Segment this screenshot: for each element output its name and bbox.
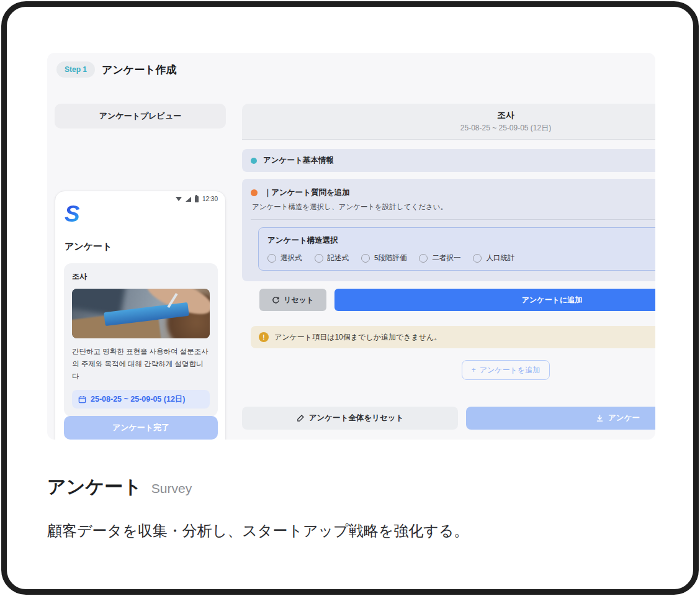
radio-option-rating[interactable]: 5段階評価 — [361, 253, 406, 263]
question-section-header: ｜アンケート質問を追加 — [251, 187, 655, 198]
status-time: 12:30 — [202, 196, 218, 202]
form-date-range: 25-08-25 ~ 25-09-05 (12日) — [460, 123, 551, 133]
preview-column: アンケートプレビュー 12:30 S アンケート 조사 — [55, 104, 226, 129]
caption-title-row: アンケート Survey — [47, 474, 469, 500]
section-divider — [251, 219, 655, 220]
structure-select-title: アンケート構造選択 — [267, 235, 655, 246]
wifi-icon — [176, 197, 182, 201]
structure-options: 選択式 記述式 5段階評価 二者択一 — [267, 253, 655, 263]
warning-icon: ! — [259, 332, 269, 342]
preview-header: アンケートプレビュー — [55, 104, 226, 129]
structure-select-box: アンケート構造選択 選択式 記述式 5段階評価 — [258, 227, 655, 271]
caption-title-ja: アンケート — [47, 474, 142, 500]
phone-app-title: アンケート — [65, 241, 112, 253]
radio-option-binary[interactable]: 二者択一 — [419, 253, 460, 263]
reset-icon — [272, 296, 280, 304]
radio-option-choice[interactable]: 選択式 — [267, 253, 302, 263]
battery-icon — [195, 196, 199, 202]
add-survey-button[interactable]: + アンケートを追加 — [462, 360, 550, 380]
date-range-text: 25-08-25 ~ 25-09-05 (12日) — [91, 394, 186, 405]
phone-mockup: 12:30 S アンケート 조사 간단하고 명확한 표현을 사용하여 설문조사의… — [55, 191, 226, 440]
caption-title-en: Survey — [151, 481, 192, 496]
question-section-label: ｜アンケート質問を追加 — [264, 187, 350, 198]
radio-circle-icon[interactable] — [473, 254, 482, 263]
panel-header: Step 1 アンケート作成 — [56, 61, 177, 78]
reset-all-button[interactable]: アンケート全体をリセット — [242, 407, 458, 430]
phone-statusbar: 12:30 — [176, 196, 218, 202]
survey-builder-panel: Step 1 アンケート作成 アンケートプレビュー 12:30 S アンケート … — [47, 53, 655, 440]
survey-complete-button[interactable]: アンケート完了 — [64, 416, 218, 440]
pencil-icon — [297, 414, 305, 422]
screenshot-canvas: Step 1 アンケート作成 アンケートプレビュー 12:30 S アンケート … — [0, 0, 700, 596]
orange-dot-icon — [251, 189, 258, 196]
survey-preview-card: 조사 간단하고 명확한 표현을 사용하여 설문조사의 주제와 목적에 대해 간략… — [64, 263, 218, 417]
warning-banner: ! アンケート項目は10個までしか追加できません。 — [251, 326, 655, 348]
save-survey-button[interactable]: アンケー — [466, 407, 655, 430]
survey-description: 간단하고 명확한 표현을 사용하여 설문조사의 주제와 목적에 대해 간략하게 … — [72, 346, 210, 382]
signal-icon — [186, 197, 191, 202]
page-title: アンケート作成 — [102, 63, 177, 77]
basic-info-label: アンケート基本情報 — [263, 155, 334, 166]
radio-option-demographics[interactable]: 人口統計 — [473, 253, 514, 263]
survey-photo — [72, 289, 210, 338]
radio-option-descriptive[interactable]: 記述式 — [315, 253, 349, 263]
app-logo-icon: S — [65, 202, 80, 225]
question-section-description: アンケート構造を選択し、アンケートを設計してください。 — [252, 202, 655, 212]
reset-button[interactable]: リセット — [259, 289, 326, 311]
section-add-questions: ｜アンケート質問を追加 アンケート構造を選択し、アンケートを設計してください。 … — [242, 179, 655, 281]
step-badge: Step 1 — [56, 61, 95, 78]
question-action-row: リセット アンケートに追加 — [259, 289, 655, 311]
radio-circle-icon[interactable] — [267, 254, 276, 263]
date-range-chip: 25-08-25 ~ 25-09-05 (12日) — [72, 390, 210, 409]
warning-text: アンケート項目は10個までしか追加できません。 — [274, 332, 441, 343]
plus-icon: + — [472, 366, 476, 374]
download-icon — [596, 414, 604, 422]
caption-description: 顧客データを収集・分析し、スタートアップ戦略を強化する。 — [47, 521, 469, 541]
add-survey-row: + アンケートを追加 — [242, 360, 655, 380]
radio-circle-icon[interactable] — [419, 254, 428, 263]
teal-dot-icon — [251, 158, 257, 164]
form-footer-row: アンケート全体をリセット アンケー — [242, 407, 655, 430]
survey-card-title: 조사 — [72, 271, 210, 282]
form-title: 조사 — [497, 110, 514, 121]
calendar-icon — [78, 395, 86, 404]
radio-circle-icon[interactable] — [315, 254, 323, 263]
caption: アンケート Survey 顧客データを収集・分析し、スタートアップ戦略を強化する… — [47, 474, 469, 541]
form-header: 조사 25-08-25 ~ 25-09-05 (12日) — [242, 104, 655, 140]
add-to-survey-button[interactable]: アンケートに追加 — [334, 289, 655, 311]
radio-circle-icon[interactable] — [361, 254, 370, 263]
section-basic-info[interactable]: アンケート基本情報 — [242, 149, 655, 172]
